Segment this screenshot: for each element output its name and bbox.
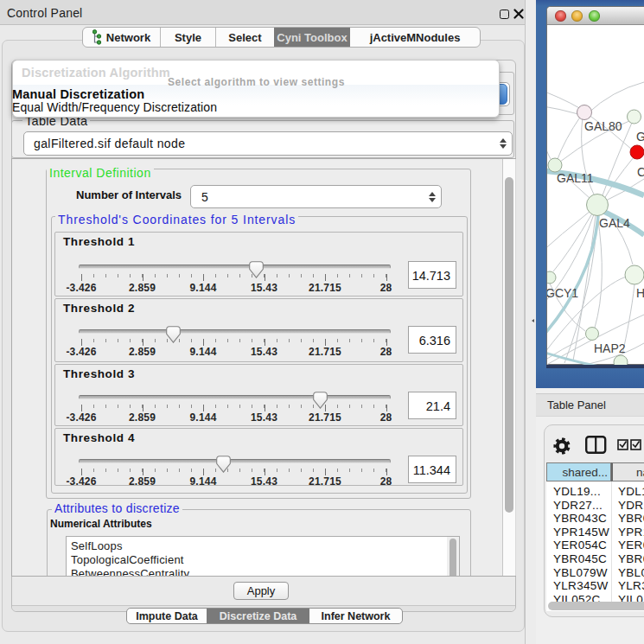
svg-text:GAL80: GAL80 [584,119,622,133]
svg-text:HAP2: HAP2 [594,341,626,355]
svg-text:GAL11: GAL11 [557,171,594,185]
svg-text:GA: GA [636,130,644,143]
svg-text:GAL4: GAL4 [599,216,630,230]
svg-text:C: C [637,165,644,179]
svg-text:GCY1: GCY1 [547,286,578,300]
svg-text:HI: HI [636,286,644,300]
